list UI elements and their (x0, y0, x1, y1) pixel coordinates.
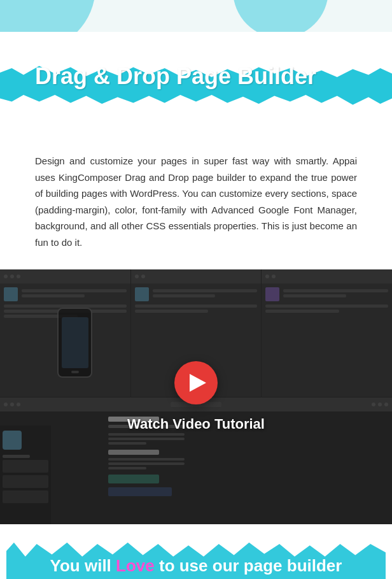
bottom-text: You will Love to use our page builder as… (50, 554, 342, 579)
play-icon (190, 374, 206, 392)
description-text: Design and customize your pages in super… (35, 153, 357, 250)
play-button[interactable] (174, 361, 218, 404)
top-decorative-area (0, 0, 392, 32)
bottom-section: You will Love to use our page builder as… (0, 524, 392, 579)
bottom-line-1: You will Love to use our page builder (50, 554, 342, 578)
teal-blob-2 (233, 0, 328, 32)
teal-blob-1 (0, 0, 95, 32)
video-section[interactable]: Watch Video Tutorial (0, 269, 392, 524)
description-section: Design and customize your pages in super… (0, 134, 392, 269)
bottom-line1-start: You will (50, 556, 116, 575)
video-label: Watch Video Tutorial (127, 416, 265, 432)
heading-section: Drag & Drop Page Builder (0, 32, 392, 134)
love-text-1: Love (116, 556, 155, 575)
bottom-line1-end: to use our page builder (155, 556, 342, 575)
page-title: Drag & Drop Page Builder (0, 51, 392, 90)
video-overlay[interactable]: Watch Video Tutorial (0, 269, 392, 524)
